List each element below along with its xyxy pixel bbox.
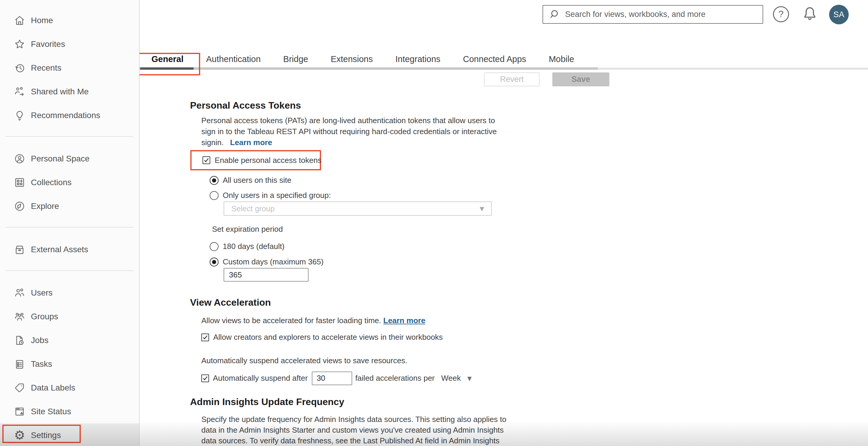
search-box [542, 5, 763, 24]
asset-box-icon [14, 244, 26, 255]
sidebar-item-label: Users [31, 288, 53, 298]
suspend-settings-row: Automatically suspend after failed accel… [202, 371, 471, 385]
radio-row-specified-group: Only users in a specified group: [210, 191, 331, 200]
sidebar-item-shared-with-me[interactable]: Shared with Me [0, 80, 139, 104]
sidebar-item-groups[interactable]: Groups [0, 305, 139, 329]
sidebar-item-favorites[interactable]: Favorites [0, 32, 139, 56]
tab-authentication[interactable]: Authentication [195, 51, 272, 67]
save-button[interactable]: Save [552, 72, 609, 87]
tab-extensions[interactable]: Extensions [319, 51, 384, 67]
sidebar-item-site-status[interactable]: Site Status [0, 400, 139, 423]
suspend-intro: Automatically suspend accelerated views … [202, 355, 407, 366]
sidebar-item-label: Jobs [31, 336, 49, 345]
revert-button[interactable]: Revert [484, 72, 539, 87]
annotation-box-enable-pat: Enable personal access tokens [190, 150, 321, 170]
admin-insights-heading: Admin Insights Update Frequency [190, 397, 344, 407]
question-mark-icon: ? [778, 9, 783, 20]
radio-row-180-days: 180 days (default) [210, 242, 284, 251]
sidebar-item-label: Home [31, 16, 53, 25]
tab-general[interactable]: General [140, 51, 195, 67]
star-icon [14, 38, 26, 50]
sidebar-item-label: Shared with Me [31, 87, 89, 97]
sidebar: Home Favorites Recents Shared with Me Re [0, 0, 140, 446]
suspend-prefix-label: Automatically suspend after [213, 374, 308, 383]
custom-days-label: Custom days (maximum 365) [223, 257, 324, 267]
all-users-radio[interactable] [210, 176, 219, 185]
suspend-suffix-label: failed accelerations per [355, 374, 434, 383]
allow-acceleration-checkbox[interactable] [202, 334, 209, 341]
bell-icon [801, 5, 818, 23]
sidebar-item-recommendations[interactable]: Recommendations [0, 104, 139, 127]
sidebar-item-home[interactable]: Home [0, 9, 139, 32]
tab-track-extension [598, 68, 868, 70]
sidebar-item-tasks[interactable]: Tasks [0, 352, 139, 376]
period-select[interactable]: Week ▼ [441, 374, 472, 383]
sidebar-item-personal-space[interactable]: Personal Space [0, 147, 139, 171]
search-icon [549, 9, 560, 20]
chevron-down-icon: ▼ [479, 205, 484, 212]
search-input[interactable] [565, 6, 763, 23]
all-users-label: All users on this site [223, 176, 291, 185]
sidebar-item-label: Recommendations [31, 111, 100, 120]
pat-learn-more-link[interactable]: Learn more [230, 138, 272, 147]
sidebar-item-label: Tasks [31, 359, 52, 369]
active-tab-indicator [140, 67, 194, 70]
sidebar-item-settings[interactable]: ⚙ Settings [0, 423, 139, 446]
group-select[interactable]: Select group ▼ [224, 202, 492, 216]
days-180-radio[interactable] [210, 242, 219, 251]
shared-people-icon [14, 86, 26, 98]
tab-mobile[interactable]: Mobile [537, 51, 585, 67]
specified-group-label: Only users in a specified group: [223, 191, 331, 200]
view-acceleration-heading: View Acceleration [190, 297, 271, 308]
view-acceleration-learn-more-link[interactable]: Learn more [383, 316, 426, 325]
group-select-placeholder: Select group [231, 204, 479, 213]
auto-suspend-checkbox[interactable] [202, 375, 209, 382]
chevron-down-icon: ▼ [467, 375, 472, 382]
users-icon [14, 287, 26, 299]
sidebar-divider [5, 227, 134, 228]
sidebar-item-users[interactable]: Users [0, 281, 139, 305]
sidebar-divider [5, 136, 134, 137]
clock-history-icon [14, 62, 26, 74]
lightbulb-icon [14, 109, 26, 122]
sidebar-item-collections[interactable]: Collections [0, 171, 139, 194]
tab-connected-apps[interactable]: Connected Apps [452, 51, 537, 67]
tab-integrations[interactable]: Integrations [384, 51, 452, 67]
sidebar-item-label: Favorites [31, 39, 65, 49]
settings-tabs: General Authentication Bridge Extensions… [140, 51, 585, 67]
sidebar-item-jobs[interactable]: Jobs [0, 329, 139, 352]
avatar[interactable]: SA [829, 5, 849, 24]
admin-insights-description: Specify the update frequency for Admin I… [202, 414, 506, 446]
help-button[interactable]: ? [773, 6, 789, 22]
notifications-button[interactable] [801, 5, 818, 23]
tab-track [140, 67, 598, 70]
home-icon [14, 14, 26, 26]
sidebar-item-label: External Assets [31, 245, 88, 254]
sidebar-item-external-assets[interactable]: External Assets [0, 238, 139, 262]
expiration-label: Set expiration period [212, 225, 283, 234]
custom-days-input[interactable] [224, 268, 309, 282]
sidebar-item-recents[interactable]: Recents [0, 56, 139, 80]
pat-description: Personal access tokens (PATs) are long-l… [202, 115, 497, 148]
view-acceleration-intro: Allow views to be accelerated for faster… [202, 315, 425, 326]
specified-group-radio[interactable] [210, 191, 219, 200]
sidebar-item-label: Collections [31, 178, 71, 187]
failed-accelerations-input[interactable] [312, 372, 352, 385]
groups-icon [14, 311, 26, 322]
sidebar-item-label: Data Labels [31, 383, 75, 392]
clipboard-list-icon [14, 358, 26, 370]
gear-icon: ⚙ [14, 430, 26, 441]
tag-icon [14, 382, 26, 394]
sidebar-item-label: Groups [31, 312, 58, 321]
sidebar-item-label: Personal Space [31, 154, 90, 164]
person-circle-icon [14, 153, 26, 165]
sidebar-item-explore[interactable]: Explore [0, 194, 139, 218]
avatar-initials: SA [833, 10, 844, 19]
sidebar-item-label: Settings [31, 431, 61, 440]
sidebar-item-data-labels[interactable]: Data Labels [0, 376, 139, 400]
enable-pat-checkbox[interactable] [203, 157, 210, 164]
custom-days-radio[interactable] [210, 258, 219, 267]
sidebar-item-label: Explore [31, 202, 59, 211]
tab-bridge[interactable]: Bridge [272, 51, 319, 67]
app-window: Home Favorites Recents Shared with Me Re [0, 0, 868, 446]
